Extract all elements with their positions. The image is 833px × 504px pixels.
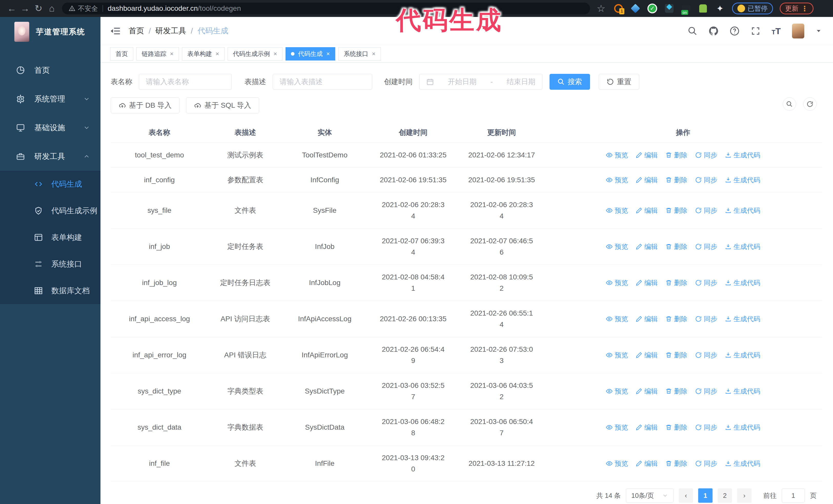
sidebar-item-1[interactable]: 系统管理 [0,85,100,113]
sidebar-subitem-3-2[interactable]: 表单构建 [0,224,100,251]
action-download[interactable]: 生成代码 [725,350,760,361]
extensions-puzzle-icon[interactable]: ✦ [715,3,725,14]
action-edit[interactable]: 编辑 [636,458,658,469]
action-edit[interactable]: 编辑 [636,277,658,288]
action-delete[interactable]: 删除 [665,241,687,252]
action-delete[interactable]: 删除 [665,277,687,288]
action-eye[interactable]: 预览 [606,350,628,361]
close-icon[interactable]: × [273,50,277,57]
tab-5[interactable]: 系统接口× [338,47,381,61]
action-edit[interactable]: 编辑 [636,350,658,361]
extension-icon-check[interactable]: ✓ [647,3,658,14]
action-sync[interactable]: 同步 [695,277,717,288]
action-edit[interactable]: 编辑 [636,313,658,325]
font-size-icon[interactable]: TT [772,27,781,35]
sidebar-subitem-3-1[interactable]: 代码生成示例 [0,197,100,224]
action-delete[interactable]: 删除 [665,149,687,161]
page-button-1[interactable]: 1 [698,488,713,503]
db-import-button[interactable]: 基于 DB 导入 [111,97,180,113]
address-bar[interactable]: 不安全 dashboard.yudao.iocoder.cn /tool/cod… [62,3,590,14]
tab-4[interactable]: 代码生成× [286,47,335,61]
action-eye[interactable]: 预览 [606,205,628,216]
tab-3[interactable]: 代码生成示例× [228,47,282,61]
action-download[interactable]: 生成代码 [725,277,760,288]
action-eye[interactable]: 预览 [606,422,628,433]
action-delete[interactable]: 删除 [665,386,687,397]
reset-button[interactable]: 重置 [599,74,639,90]
close-icon[interactable]: × [372,50,376,57]
action-download[interactable]: 生成代码 [725,386,760,397]
action-sync[interactable]: 同步 [695,458,717,469]
sidebar-fold-icon[interactable] [110,25,121,37]
action-download[interactable]: 生成代码 [725,149,760,161]
action-eye[interactable]: 预览 [606,149,628,161]
browser-home-icon[interactable]: ⌂ [45,3,58,14]
action-delete[interactable]: 删除 [665,174,687,186]
sidebar-subitem-3-4[interactable]: 数据库文档 [0,278,100,304]
action-eye[interactable]: 预览 [606,458,628,469]
fullscreen-icon[interactable] [751,26,760,36]
action-download[interactable]: 生成代码 [725,174,760,186]
action-sync[interactable]: 同步 [695,313,717,325]
sidebar-item-2[interactable]: 基础设施 [0,113,100,142]
next-page-button[interactable]: › [737,488,752,503]
caret-down-icon[interactable] [815,28,822,34]
table-name-input[interactable]: 请输入表名称 [139,74,232,90]
goto-page-input[interactable]: 1 [782,488,805,503]
bookmark-star-icon[interactable]: ☆ [597,3,605,14]
tab-0[interactable]: 首页 [110,47,133,61]
action-eye[interactable]: 预览 [606,386,628,397]
paused-extension-button[interactable]: 已暂停 [732,3,773,14]
github-icon[interactable] [709,26,718,36]
action-sync[interactable]: 同步 [695,149,717,161]
sql-import-button[interactable]: 基于 SQL 导入 [186,97,259,113]
breadcrumb-tools[interactable]: 研发工具 [155,26,186,36]
action-download[interactable]: 生成代码 [725,458,760,469]
extension-icon-gem[interactable] [630,3,641,14]
extension-icon-robot[interactable] [698,3,709,14]
user-avatar[interactable] [792,24,804,39]
action-edit[interactable]: 编辑 [636,422,658,433]
action-download[interactable]: 生成代码 [725,313,760,325]
action-eye[interactable]: 预览 [606,241,628,252]
action-edit[interactable]: 编辑 [636,149,658,161]
sidebar-subitem-3-3[interactable]: 系统接口 [0,251,100,278]
help-icon[interactable] [730,26,739,36]
browser-reload-icon[interactable]: ↻ [32,3,45,14]
toggle-search-button[interactable] [783,97,796,111]
action-sync[interactable]: 同步 [695,174,717,186]
action-edit[interactable]: 编辑 [636,386,658,397]
app-logo-row[interactable]: 芋道管理系统 [0,17,100,47]
sidebar-item-0[interactable]: 首页 [0,56,100,85]
close-icon[interactable]: × [216,50,219,57]
extension-icon-on-badge[interactable] [681,3,691,14]
search-button[interactable]: 搜索 [549,74,590,90]
extension-icon-orange[interactable]: 1 [613,3,624,14]
site-security-warning[interactable]: 不安全 [69,4,98,13]
action-edit[interactable]: 编辑 [636,174,658,186]
tab-1[interactable]: 链路追踪× [136,47,179,61]
action-delete[interactable]: 删除 [665,422,687,433]
action-download[interactable]: 生成代码 [725,205,760,216]
action-eye[interactable]: 预览 [606,174,628,186]
action-edit[interactable]: 编辑 [636,205,658,216]
action-download[interactable]: 生成代码 [725,241,760,252]
header-search-icon[interactable] [688,26,697,36]
sidebar-item-3[interactable]: 研发工具 [0,142,100,171]
action-eye[interactable]: 预览 [606,313,628,325]
action-edit[interactable]: 编辑 [636,241,658,252]
close-icon[interactable]: × [170,50,173,57]
action-sync[interactable]: 同步 [695,205,717,216]
action-sync[interactable]: 同步 [695,241,717,252]
action-delete[interactable]: 删除 [665,205,687,216]
date-range-picker[interactable]: 开始日期 - 结束日期 [419,74,542,90]
tab-2[interactable]: 表单构建× [182,47,224,61]
action-sync[interactable]: 同步 [695,386,717,397]
page-button-2[interactable]: 2 [718,488,732,503]
browser-forward-icon[interactable]: → [19,3,32,14]
browser-back-icon[interactable]: ← [5,3,19,14]
action-sync[interactable]: 同步 [695,422,717,433]
page-size-select[interactable]: 10条/页 [626,488,673,503]
table-desc-input[interactable]: 请输入表描述 [273,74,372,90]
action-sync[interactable]: 同步 [695,350,717,361]
